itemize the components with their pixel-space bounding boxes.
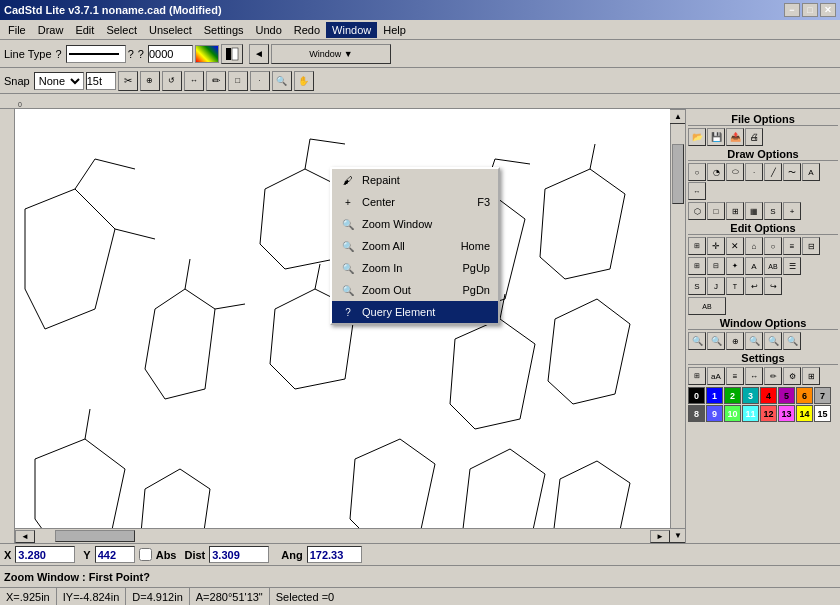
menu-undo[interactable]: Undo	[250, 22, 288, 38]
palette-color-8[interactable]: 8	[688, 405, 705, 422]
color-picker[interactable]	[195, 45, 219, 63]
draw-line-btn[interactable]: ╱	[764, 163, 782, 181]
scroll-left-btn[interactable]: ◄	[15, 530, 35, 543]
win-zoom-in-btn[interactable]: 🔍	[707, 332, 725, 350]
menu-window[interactable]: Window	[326, 22, 377, 38]
win-zoom-out-btn[interactable]: 🔍	[688, 332, 706, 350]
draw-spline-btn[interactable]: S	[764, 202, 782, 220]
draw-poly-btn[interactable]: ⬡	[688, 202, 706, 220]
maximize-button[interactable]: □	[802, 3, 818, 17]
edit-grid-btn[interactable]: ⊞	[688, 257, 706, 275]
abs-checkbox[interactable]	[139, 548, 152, 561]
minimize-button[interactable]: −	[784, 3, 800, 17]
draw-extra-btn[interactable]: +	[783, 202, 801, 220]
palette-color-6[interactable]: 6	[796, 387, 813, 404]
edit-ab-btn[interactable]: AB	[688, 297, 726, 315]
edit-move-btn[interactable]: ✛	[707, 237, 725, 255]
palette-color-15[interactable]: 15	[814, 405, 831, 422]
toolbar-icon-select-box[interactable]: □	[228, 71, 248, 91]
draw-symbol-btn[interactable]: ⊞	[726, 202, 744, 220]
horizontal-scrollbar[interactable]: ◄ ►	[15, 528, 670, 543]
window-scroll-left[interactable]: ◄	[249, 44, 269, 64]
toolbar-icon-point[interactable]: ·	[250, 71, 270, 91]
close-button[interactable]: ✕	[820, 3, 836, 17]
menu-select[interactable]: Select	[100, 22, 143, 38]
draw-ellipse-btn[interactable]: ⬭	[726, 163, 744, 181]
palette-color-14[interactable]: 14	[796, 405, 813, 422]
draw-curve-btn[interactable]: 〜	[783, 163, 801, 181]
draw-rect-btn[interactable]: □	[707, 202, 725, 220]
menu-item-zoom-window[interactable]: 🔍 Zoom Window	[332, 213, 498, 235]
menu-edit[interactable]: Edit	[69, 22, 100, 38]
settings-lines-btn[interactable]: ≡	[726, 367, 744, 385]
line-style-box[interactable]	[66, 45, 126, 63]
toolbar-icon-mirror[interactable]: ↔	[184, 71, 204, 91]
draw-point-btn[interactable]: ·	[745, 163, 763, 181]
y-input[interactable]	[95, 546, 135, 563]
menu-file[interactable]: File	[2, 22, 32, 38]
settings-text-btn[interactable]: aA	[707, 367, 725, 385]
menu-item-zoom-out[interactable]: 🔍 Zoom Out PgDn	[332, 279, 498, 301]
file-export-btn[interactable]: 📤	[726, 128, 744, 146]
menu-settings[interactable]: Settings	[198, 22, 250, 38]
vertical-scrollbar[interactable]: ▲ ▼	[670, 109, 685, 543]
win-center-btn[interactable]: ⊕	[726, 332, 744, 350]
toolbar-icon-hand[interactable]: ✋	[294, 71, 314, 91]
canvas-area[interactable]: 🖌 Repaint + Center F3 🔍 Zoom Window 🔍	[15, 109, 670, 528]
menu-item-repaint[interactable]: 🖌 Repaint	[332, 169, 498, 191]
settings-pen-btn[interactable]: ✏	[764, 367, 782, 385]
toolbar-icon-zoom[interactable]: 🔍	[272, 71, 292, 91]
file-open-btn[interactable]: 📂	[688, 128, 706, 146]
snap-num-input[interactable]	[86, 72, 116, 90]
edit-select-btn[interactable]: ⊞	[688, 237, 706, 255]
edit-text2-btn[interactable]: AB	[764, 257, 782, 275]
number-input[interactable]	[148, 45, 193, 63]
settings-grid-btn[interactable]: ⊞	[688, 367, 706, 385]
settings-extra-btn[interactable]: ⊞	[802, 367, 820, 385]
palette-color-1[interactable]: 1	[706, 387, 723, 404]
edit-group-btn[interactable]: ⊟	[707, 257, 725, 275]
draw-circle-btn[interactable]: ○	[688, 163, 706, 181]
toolbar-icon-cut[interactable]: ✂	[118, 71, 138, 91]
palette-color-11[interactable]: 11	[742, 405, 759, 422]
settings-dim-btn[interactable]: ↔	[745, 367, 763, 385]
menu-item-zoom-all[interactable]: 🔍 Zoom All Home	[332, 235, 498, 257]
menu-unselect[interactable]: Unselect	[143, 22, 198, 38]
menu-item-query-element[interactable]: ? Query Element	[332, 301, 498, 323]
palette-color-3[interactable]: 3	[742, 387, 759, 404]
palette-color-4[interactable]: 4	[760, 387, 777, 404]
edit-delete-btn[interactable]: ✕	[726, 237, 744, 255]
toolbar-icon-rotate[interactable]: ↺	[162, 71, 182, 91]
edit-more-btn[interactable]: ⊟	[802, 237, 820, 255]
edit-join-btn[interactable]: ≡	[783, 237, 801, 255]
toolbar-icon-pencil[interactable]: ✏	[206, 71, 226, 91]
window-scroll-right[interactable]: Window ▼	[271, 44, 391, 64]
edit-text-btn[interactable]: A	[745, 257, 763, 275]
menu-redo[interactable]: Redo	[288, 22, 326, 38]
ang-input[interactable]	[307, 546, 362, 563]
color-btn[interactable]	[221, 44, 243, 64]
edit-scale-btn[interactable]: S	[688, 277, 706, 295]
scroll-right-btn[interactable]: ►	[650, 530, 670, 543]
dist-input[interactable]	[209, 546, 269, 563]
menu-item-center[interactable]: + Center F3	[332, 191, 498, 213]
win-zoom-circ-btn[interactable]: 🔍	[764, 332, 782, 350]
win-query-btn[interactable]: 🔍	[783, 332, 801, 350]
palette-color-9[interactable]: 9	[706, 405, 723, 422]
settings-more-btn[interactable]: ⚙	[783, 367, 801, 385]
edit-j-btn[interactable]: J	[707, 277, 725, 295]
menu-help[interactable]: Help	[377, 22, 412, 38]
palette-color-2[interactable]: 2	[724, 387, 741, 404]
snap-select[interactable]: None	[34, 72, 84, 90]
draw-dim-btn[interactable]: ↔	[688, 182, 706, 200]
scroll-thumb-h[interactable]	[55, 530, 135, 542]
palette-color-5[interactable]: 5	[778, 387, 795, 404]
file-print-btn[interactable]: 🖨	[745, 128, 763, 146]
menu-draw[interactable]: Draw	[32, 22, 70, 38]
palette-color-10[interactable]: 10	[724, 405, 741, 422]
toolbar-icon-copy[interactable]: ⊕	[140, 71, 160, 91]
edit-ungroup-btn[interactable]: ✦	[726, 257, 744, 275]
palette-color-13[interactable]: 13	[778, 405, 795, 422]
edit-trim-btn[interactable]: ⌂	[745, 237, 763, 255]
edit-undo-btn[interactable]: ↩	[745, 277, 763, 295]
